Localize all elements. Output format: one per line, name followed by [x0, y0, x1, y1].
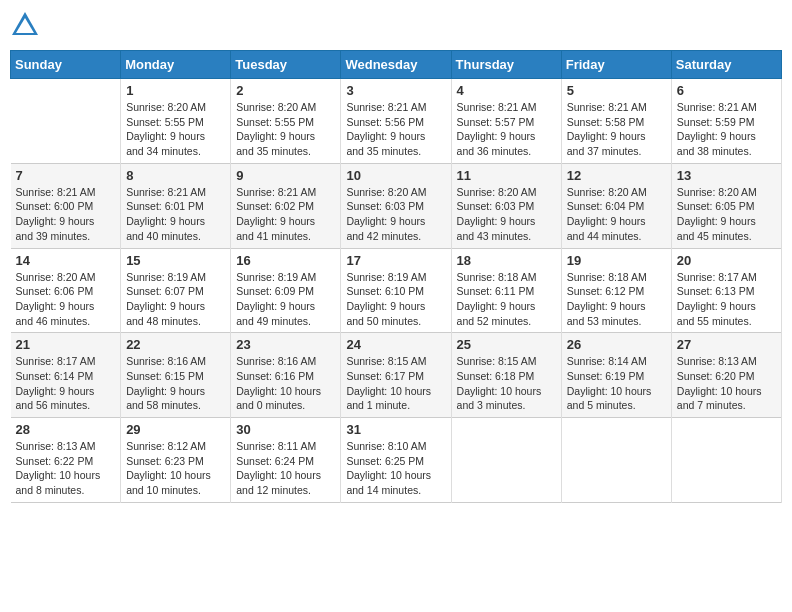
- calendar-cell: 20Sunrise: 8:17 AM Sunset: 6:13 PM Dayli…: [671, 248, 781, 333]
- day-number: 30: [236, 422, 335, 437]
- day-info: Sunrise: 8:19 AM Sunset: 6:09 PM Dayligh…: [236, 270, 335, 329]
- calendar-cell: 18Sunrise: 8:18 AM Sunset: 6:11 PM Dayli…: [451, 248, 561, 333]
- calendar-cell: 17Sunrise: 8:19 AM Sunset: 6:10 PM Dayli…: [341, 248, 451, 333]
- calendar-cell: 26Sunrise: 8:14 AM Sunset: 6:19 PM Dayli…: [561, 333, 671, 418]
- day-number: 2: [236, 83, 335, 98]
- calendar-cell: 16Sunrise: 8:19 AM Sunset: 6:09 PM Dayli…: [231, 248, 341, 333]
- calendar-cell: 2Sunrise: 8:20 AM Sunset: 5:55 PM Daylig…: [231, 79, 341, 164]
- day-info: Sunrise: 8:15 AM Sunset: 6:18 PM Dayligh…: [457, 354, 556, 413]
- day-number: 11: [457, 168, 556, 183]
- calendar-cell: 6Sunrise: 8:21 AM Sunset: 5:59 PM Daylig…: [671, 79, 781, 164]
- calendar-cell: 29Sunrise: 8:12 AM Sunset: 6:23 PM Dayli…: [121, 418, 231, 503]
- calendar-cell: 7Sunrise: 8:21 AM Sunset: 6:00 PM Daylig…: [11, 163, 121, 248]
- day-info: Sunrise: 8:21 AM Sunset: 6:01 PM Dayligh…: [126, 185, 225, 244]
- calendar-cell: 23Sunrise: 8:16 AM Sunset: 6:16 PM Dayli…: [231, 333, 341, 418]
- calendar-cell: 12Sunrise: 8:20 AM Sunset: 6:04 PM Dayli…: [561, 163, 671, 248]
- day-info: Sunrise: 8:20 AM Sunset: 6:03 PM Dayligh…: [457, 185, 556, 244]
- day-number: 8: [126, 168, 225, 183]
- day-number: 10: [346, 168, 445, 183]
- calendar-week-row: 21Sunrise: 8:17 AM Sunset: 6:14 PM Dayli…: [11, 333, 782, 418]
- day-number: 13: [677, 168, 776, 183]
- calendar-cell: 1Sunrise: 8:20 AM Sunset: 5:55 PM Daylig…: [121, 79, 231, 164]
- calendar-cell: 4Sunrise: 8:21 AM Sunset: 5:57 PM Daylig…: [451, 79, 561, 164]
- day-info: Sunrise: 8:19 AM Sunset: 6:07 PM Dayligh…: [126, 270, 225, 329]
- col-header-saturday: Saturday: [671, 51, 781, 79]
- col-header-monday: Monday: [121, 51, 231, 79]
- calendar-cell: [11, 79, 121, 164]
- day-info: Sunrise: 8:16 AM Sunset: 6:16 PM Dayligh…: [236, 354, 335, 413]
- day-info: Sunrise: 8:17 AM Sunset: 6:13 PM Dayligh…: [677, 270, 776, 329]
- calendar-cell: 8Sunrise: 8:21 AM Sunset: 6:01 PM Daylig…: [121, 163, 231, 248]
- day-info: Sunrise: 8:21 AM Sunset: 5:59 PM Dayligh…: [677, 100, 776, 159]
- calendar-cell: 30Sunrise: 8:11 AM Sunset: 6:24 PM Dayli…: [231, 418, 341, 503]
- day-info: Sunrise: 8:12 AM Sunset: 6:23 PM Dayligh…: [126, 439, 225, 498]
- day-info: Sunrise: 8:20 AM Sunset: 5:55 PM Dayligh…: [126, 100, 225, 159]
- calendar-cell: 24Sunrise: 8:15 AM Sunset: 6:17 PM Dayli…: [341, 333, 451, 418]
- calendar-cell: [671, 418, 781, 503]
- calendar-cell: 13Sunrise: 8:20 AM Sunset: 6:05 PM Dayli…: [671, 163, 781, 248]
- day-info: Sunrise: 8:20 AM Sunset: 5:55 PM Dayligh…: [236, 100, 335, 159]
- day-number: 24: [346, 337, 445, 352]
- day-info: Sunrise: 8:13 AM Sunset: 6:22 PM Dayligh…: [16, 439, 116, 498]
- day-info: Sunrise: 8:20 AM Sunset: 6:05 PM Dayligh…: [677, 185, 776, 244]
- day-number: 5: [567, 83, 666, 98]
- day-number: 18: [457, 253, 556, 268]
- day-info: Sunrise: 8:20 AM Sunset: 6:06 PM Dayligh…: [16, 270, 116, 329]
- calendar-week-row: 7Sunrise: 8:21 AM Sunset: 6:00 PM Daylig…: [11, 163, 782, 248]
- day-number: 27: [677, 337, 776, 352]
- day-info: Sunrise: 8:20 AM Sunset: 6:04 PM Dayligh…: [567, 185, 666, 244]
- day-info: Sunrise: 8:20 AM Sunset: 6:03 PM Dayligh…: [346, 185, 445, 244]
- day-info: Sunrise: 8:17 AM Sunset: 6:14 PM Dayligh…: [16, 354, 116, 413]
- calendar-week-row: 1Sunrise: 8:20 AM Sunset: 5:55 PM Daylig…: [11, 79, 782, 164]
- day-info: Sunrise: 8:10 AM Sunset: 6:25 PM Dayligh…: [346, 439, 445, 498]
- calendar-cell: 15Sunrise: 8:19 AM Sunset: 6:07 PM Dayli…: [121, 248, 231, 333]
- day-info: Sunrise: 8:16 AM Sunset: 6:15 PM Dayligh…: [126, 354, 225, 413]
- day-number: 6: [677, 83, 776, 98]
- calendar-cell: 5Sunrise: 8:21 AM Sunset: 5:58 PM Daylig…: [561, 79, 671, 164]
- calendar-cell: 31Sunrise: 8:10 AM Sunset: 6:25 PM Dayli…: [341, 418, 451, 503]
- day-number: 22: [126, 337, 225, 352]
- calendar-cell: 19Sunrise: 8:18 AM Sunset: 6:12 PM Dayli…: [561, 248, 671, 333]
- day-number: 9: [236, 168, 335, 183]
- calendar-cell: 25Sunrise: 8:15 AM Sunset: 6:18 PM Dayli…: [451, 333, 561, 418]
- col-header-tuesday: Tuesday: [231, 51, 341, 79]
- header: [10, 10, 782, 40]
- calendar-cell: 10Sunrise: 8:20 AM Sunset: 6:03 PM Dayli…: [341, 163, 451, 248]
- day-number: 7: [16, 168, 116, 183]
- day-info: Sunrise: 8:18 AM Sunset: 6:12 PM Dayligh…: [567, 270, 666, 329]
- logo-icon: [10, 10, 40, 40]
- calendar-cell: 21Sunrise: 8:17 AM Sunset: 6:14 PM Dayli…: [11, 333, 121, 418]
- calendar-table: SundayMondayTuesdayWednesdayThursdayFrid…: [10, 50, 782, 503]
- col-header-wednesday: Wednesday: [341, 51, 451, 79]
- calendar-cell: [451, 418, 561, 503]
- day-number: 21: [16, 337, 116, 352]
- col-header-friday: Friday: [561, 51, 671, 79]
- day-number: 25: [457, 337, 556, 352]
- day-number: 1: [126, 83, 225, 98]
- day-number: 16: [236, 253, 335, 268]
- calendar-cell: 9Sunrise: 8:21 AM Sunset: 6:02 PM Daylig…: [231, 163, 341, 248]
- col-header-sunday: Sunday: [11, 51, 121, 79]
- day-number: 23: [236, 337, 335, 352]
- day-info: Sunrise: 8:14 AM Sunset: 6:19 PM Dayligh…: [567, 354, 666, 413]
- day-info: Sunrise: 8:15 AM Sunset: 6:17 PM Dayligh…: [346, 354, 445, 413]
- day-number: 31: [346, 422, 445, 437]
- day-number: 20: [677, 253, 776, 268]
- calendar-cell: 11Sunrise: 8:20 AM Sunset: 6:03 PM Dayli…: [451, 163, 561, 248]
- calendar-week-row: 28Sunrise: 8:13 AM Sunset: 6:22 PM Dayli…: [11, 418, 782, 503]
- day-info: Sunrise: 8:18 AM Sunset: 6:11 PM Dayligh…: [457, 270, 556, 329]
- day-info: Sunrise: 8:21 AM Sunset: 5:56 PM Dayligh…: [346, 100, 445, 159]
- day-info: Sunrise: 8:19 AM Sunset: 6:10 PM Dayligh…: [346, 270, 445, 329]
- day-info: Sunrise: 8:11 AM Sunset: 6:24 PM Dayligh…: [236, 439, 335, 498]
- day-number: 14: [16, 253, 116, 268]
- logo: [10, 10, 44, 40]
- day-info: Sunrise: 8:21 AM Sunset: 6:00 PM Dayligh…: [16, 185, 116, 244]
- calendar-week-row: 14Sunrise: 8:20 AM Sunset: 6:06 PM Dayli…: [11, 248, 782, 333]
- day-info: Sunrise: 8:21 AM Sunset: 5:57 PM Dayligh…: [457, 100, 556, 159]
- calendar-cell: 28Sunrise: 8:13 AM Sunset: 6:22 PM Dayli…: [11, 418, 121, 503]
- day-number: 3: [346, 83, 445, 98]
- col-header-thursday: Thursday: [451, 51, 561, 79]
- day-number: 28: [16, 422, 116, 437]
- calendar-header-row: SundayMondayTuesdayWednesdayThursdayFrid…: [11, 51, 782, 79]
- day-number: 15: [126, 253, 225, 268]
